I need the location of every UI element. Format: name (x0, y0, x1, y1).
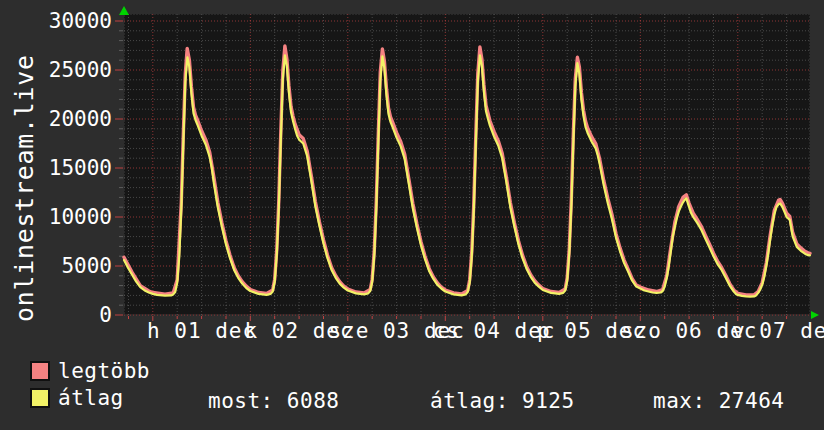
x-axis-label: h 01 dec (147, 320, 256, 342)
series-line-legtobb (124, 46, 810, 295)
y-axis-arrow-icon (119, 6, 129, 15)
series-line-atlag (124, 55, 810, 296)
y-axis-label: 5000 (0, 255, 112, 277)
stat-atlag: átlag: 9125 (430, 390, 575, 412)
plot-border (125, 15, 810, 315)
chart-vertical-title: onlinestream.live (10, 54, 39, 322)
x-axis-label: v 07 dec (732, 320, 824, 342)
stat-max: max: 27464 (653, 390, 784, 412)
y-axis-label: 10000 (0, 206, 112, 228)
stat-most: most: 6088 (208, 390, 339, 412)
plot-area (124, 14, 810, 315)
x-axis-arrow-icon (811, 311, 819, 319)
y-axis-label: 20000 (0, 108, 112, 130)
legend-label-legtobb: legtöbb (58, 360, 150, 382)
y-axis-label: 30000 (0, 10, 112, 32)
y-axis-label: 25000 (0, 59, 112, 81)
legend-label-atlag: átlag (58, 387, 124, 409)
y-axis-label: 0 (0, 304, 112, 326)
legend-swatch-legtobb (30, 361, 50, 381)
legend-swatch-atlag (30, 388, 50, 408)
chart-canvas (124, 14, 810, 315)
y-axis-label: 15000 (0, 157, 112, 179)
